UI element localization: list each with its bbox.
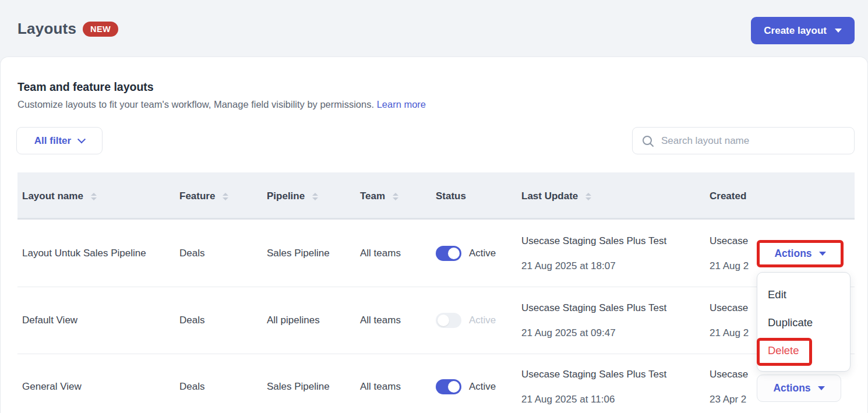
status-label: Active [469,315,496,326]
column-label: Last Update [521,190,578,202]
actions-button-row1-wrapper: Actions [757,240,844,267]
page-header: Layouts NEW [17,20,118,38]
cell-created: Usecase 21 Aug 2 [710,235,750,289]
toggle-knob [437,315,449,326]
menu-item-edit[interactable]: Edit [768,288,850,301]
cell-layout-name: Default View [22,315,77,326]
page-title: Layouts [17,20,76,38]
column-label: Team [360,190,385,202]
column-label: Layout name [22,190,83,202]
menu-item-duplicate[interactable]: Duplicate [768,316,850,329]
new-badge: NEW [83,22,118,37]
actions-button-row3-wrapper: Actions [757,375,841,402]
annotation-highlight-delete [757,338,812,366]
sort-icon[interactable] [585,193,591,200]
actions-label: Actions [774,248,811,260]
column-label: Pipeline [267,190,305,202]
create-layout-label: Create layout [764,25,827,37]
column-header-last-update[interactable]: Last Update [521,190,591,202]
sort-icon[interactable] [393,193,398,200]
cell-last-update-by: Usecase Staging Sales Plus Test [521,235,666,247]
status-toggle-off[interactable] [436,313,461,328]
cell-last-update-date: 21 Aug 2025 at 18:07 [521,260,616,272]
cell-team: All teams [360,381,401,393]
column-header-status: Status [436,190,466,202]
actions-dropdown-row1[interactable]: Actions [757,240,844,267]
learn-more-link[interactable]: Learn more [377,99,426,110]
column-label: Feature [179,190,215,202]
column-label: Status [436,190,466,202]
sort-icon[interactable] [223,193,228,200]
status-toggle-on[interactable] [436,246,461,261]
cell-created-by: Usecase [710,235,748,247]
section-heading: Team and feature layouts [17,80,154,94]
cell-pipeline: All pipelines [267,315,320,326]
status-label: Active [469,248,496,259]
sort-icon[interactable] [312,193,318,200]
toggle-knob [448,248,460,259]
cell-team: All teams [360,248,401,259]
cell-feature: Deals [179,315,204,326]
cell-pipeline: Sales Pipeline [267,248,330,259]
cell-created-date: 21 Aug 2 [710,327,749,339]
cell-last-update-by: Usecase Staging Sales Plus Test [521,302,666,314]
search-icon [641,134,655,148]
cell-pipeline: Sales Pipeline [267,381,330,393]
cell-feature: Deals [179,248,204,259]
section-description: Customize layouts to fit your team's wor… [17,99,426,110]
chevron-down-icon [819,252,826,256]
cell-created: Usecase 23 Apr 2 [710,369,750,413]
cell-created-by: Usecase [710,369,748,380]
cell-feature: Deals [179,381,204,393]
layouts-page: Layouts NEW Create layout Team and featu… [0,0,868,413]
cell-layout-name: Layout Untuk Sales Pipeline [22,248,146,259]
cell-team: All teams [360,315,401,326]
create-layout-button[interactable]: Create layout [751,17,855,44]
all-filter-label: All filter [34,135,71,147]
chevron-down-icon [835,29,842,33]
all-filter-dropdown[interactable]: All filter [16,127,103,154]
search-box [632,127,855,154]
column-header-layout-name[interactable]: Layout name [22,190,97,202]
toggle-knob [448,381,460,393]
cell-last-update-by: Usecase Staging Sales Plus Test [521,369,666,380]
column-header-team[interactable]: Team [360,190,398,202]
column-header-feature[interactable]: Feature [179,190,228,202]
column-header-created: Created [710,190,750,202]
cell-created: Usecase 21 Aug 2 [710,302,750,356]
status-toggle-on[interactable] [436,379,461,394]
cell-last-update-date: 21 Aug 2025 at 09:47 [521,327,616,339]
actions-dropdown-row3[interactable]: Actions [757,375,841,401]
cell-created-by: Usecase [710,302,748,314]
column-label: Created [710,190,746,202]
actions-label: Actions [773,382,810,394]
cell-layout-name: General View [22,381,82,393]
cell-last-update-date: 21 Aug 2025 at 11:06 [521,394,615,405]
chevron-down-icon [818,386,825,390]
cell-created-date: 21 Aug 2 [710,260,749,272]
search-input[interactable] [661,135,846,147]
cell-created-date: 23 Apr 2 [710,394,746,405]
section-description-text: Customize layouts to fit your team's wor… [17,99,374,110]
column-header-pipeline[interactable]: Pipeline [267,190,318,202]
chevron-down-icon [77,135,86,143]
status-label: Active [469,381,496,393]
sort-icon[interactable] [91,193,97,200]
